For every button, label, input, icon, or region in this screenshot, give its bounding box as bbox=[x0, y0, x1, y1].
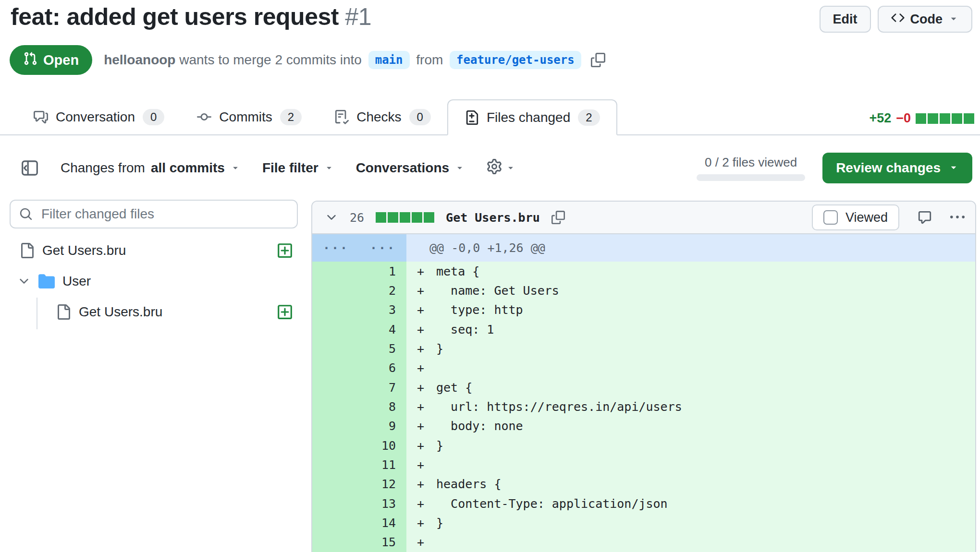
line-code: + name: Get Users bbox=[406, 281, 975, 300]
conversations-dropdown[interactable]: Conversations bbox=[356, 160, 465, 176]
chevron-down-icon[interactable] bbox=[17, 275, 31, 288]
tree-file-get-users-bru[interactable]: Get Users.bru bbox=[10, 235, 298, 266]
line-code: +headers { bbox=[406, 475, 975, 494]
line-code: +get { bbox=[406, 378, 975, 397]
line-number[interactable]: 4 bbox=[312, 320, 406, 339]
diff-line-added: 13+ Content-Type: application/json bbox=[312, 494, 975, 513]
line-number[interactable]: 8 bbox=[312, 397, 406, 416]
diffstat-blocks bbox=[376, 212, 434, 223]
line-number[interactable]: 9 bbox=[312, 417, 406, 436]
tab-conversation[interactable]: Conversation0 bbox=[17, 99, 181, 134]
copy-file-path-button[interactable] bbox=[551, 211, 565, 224]
line-number[interactable]: 10 bbox=[312, 436, 406, 455]
search-icon bbox=[19, 207, 33, 223]
status-badge-label: Open bbox=[43, 52, 79, 68]
tab-checks[interactable]: Checks0 bbox=[318, 99, 447, 134]
edit-button[interactable]: Edit bbox=[820, 6, 871, 33]
files-toolbar: Changes from all commits File filter Con… bbox=[0, 151, 980, 185]
header-actions: Edit Code bbox=[820, 6, 973, 33]
code-text: seq: 1 bbox=[436, 323, 494, 336]
line-number[interactable]: 1 bbox=[312, 262, 406, 281]
diffstat-block bbox=[412, 212, 422, 223]
diffstat-block bbox=[940, 113, 950, 124]
code-text: } bbox=[436, 342, 443, 356]
viewed-checkbox[interactable] bbox=[823, 210, 838, 225]
collapse-file-button[interactable] bbox=[325, 211, 338, 224]
chevron-down-icon bbox=[324, 160, 334, 176]
diff-header-actions: Viewed bbox=[812, 204, 965, 230]
tabs-list: Conversation0Commits2Checks0Files change… bbox=[17, 99, 617, 134]
comment-icon[interactable] bbox=[918, 210, 932, 225]
line-code: +} bbox=[406, 436, 975, 455]
hunk-header-row: ······ @@ -0,0 +1,26 @@ bbox=[312, 234, 975, 262]
head-branch-link[interactable]: feature/get-users bbox=[450, 51, 581, 69]
file-filter-dropdown[interactable]: File filter bbox=[262, 160, 334, 176]
tab-label: Conversation bbox=[56, 109, 135, 125]
toolbar-right: 0 / 2 files viewed Review changes bbox=[697, 153, 972, 183]
diffstat[interactable]: +52 −0 bbox=[869, 111, 974, 126]
diff-settings-dropdown[interactable] bbox=[487, 159, 515, 178]
code-text: Content-Type: application/json bbox=[436, 497, 668, 511]
code-text: get { bbox=[436, 381, 472, 395]
diffstat-blocks bbox=[916, 113, 974, 124]
git-pull-request-icon bbox=[23, 51, 37, 69]
pr-meta: Open helloanoop wants to merge 2 commits… bbox=[10, 45, 605, 75]
viewed-label: Viewed bbox=[845, 210, 888, 225]
tree-indent-guideline bbox=[37, 298, 37, 329]
file-filter-label: File filter bbox=[262, 160, 318, 176]
line-number[interactable]: 7 bbox=[312, 378, 406, 397]
code-button[interactable]: Code bbox=[878, 6, 973, 33]
gear-icon bbox=[487, 159, 502, 178]
merge-summary: helloanoop wants to merge 2 commits into… bbox=[104, 51, 584, 69]
diff-line-added: 7+get { bbox=[312, 378, 975, 397]
pr-tabs: Conversation0Commits2Checks0Files change… bbox=[0, 99, 980, 135]
base-branch-link[interactable]: main bbox=[368, 51, 410, 69]
collapse-sidebar-button[interactable] bbox=[21, 159, 38, 177]
file-diff-icon bbox=[465, 110, 479, 125]
tab-files-changed[interactable]: Files changed2 bbox=[447, 99, 617, 135]
review-changes-button[interactable]: Review changes bbox=[822, 153, 972, 183]
tree-file-get-users-bru[interactable]: Get Users.bru bbox=[10, 297, 298, 327]
line-code: + bbox=[406, 533, 975, 552]
addition-sign: + bbox=[417, 342, 436, 356]
diff-added-icon bbox=[277, 304, 293, 320]
tab-commits[interactable]: Commits2 bbox=[181, 99, 318, 134]
deletions-count: −0 bbox=[896, 111, 911, 126]
diffstat-block bbox=[916, 113, 926, 124]
code-icon bbox=[891, 11, 905, 28]
line-number[interactable]: 11 bbox=[312, 455, 406, 474]
line-number[interactable]: 14 bbox=[312, 513, 406, 532]
filter-changed-files-input[interactable] bbox=[10, 200, 298, 228]
changes-from-label: Changes from bbox=[61, 160, 145, 176]
line-code: +} bbox=[406, 339, 975, 358]
line-number[interactable]: 6 bbox=[312, 359, 406, 378]
file-name-link[interactable]: Get Users.bru bbox=[446, 211, 540, 225]
code-button-label: Code bbox=[910, 12, 943, 27]
kebab-menu-icon[interactable] bbox=[950, 210, 965, 225]
line-number[interactable]: 13 bbox=[312, 494, 406, 513]
viewed-toggle-button[interactable]: Viewed bbox=[812, 204, 899, 230]
line-number[interactable]: 5 bbox=[312, 339, 406, 358]
line-number[interactable]: 3 bbox=[312, 300, 406, 320]
line-code: + Content-Type: application/json bbox=[406, 494, 975, 513]
tab-label: Files changed bbox=[487, 110, 570, 125]
addition-sign: + bbox=[417, 323, 436, 336]
merge-text: wants to merge 2 commits into bbox=[175, 52, 365, 68]
tab-count: 2 bbox=[280, 109, 302, 125]
author-link[interactable]: helloanoop bbox=[104, 52, 175, 68]
tree-folder-user[interactable]: User bbox=[10, 266, 298, 297]
line-code: + bbox=[406, 455, 975, 474]
code-text: headers { bbox=[436, 477, 501, 491]
addition-sign: + bbox=[417, 516, 436, 530]
diff-line-added: 10+} bbox=[312, 436, 975, 455]
copy-branch-button[interactable] bbox=[591, 53, 605, 67]
line-number[interactable]: 12 bbox=[312, 475, 406, 494]
tab-count: 0 bbox=[143, 109, 164, 125]
changes-from-value: all commits bbox=[151, 160, 225, 176]
line-number[interactable]: 2 bbox=[312, 281, 406, 300]
tree-item-name: Get Users.bru bbox=[42, 243, 126, 258]
chevron-down-icon bbox=[231, 160, 240, 176]
hunk-ellipsis: ··· bbox=[312, 234, 359, 262]
line-number[interactable]: 15 bbox=[312, 533, 406, 552]
changes-from-dropdown[interactable]: Changes from all commits bbox=[61, 160, 240, 176]
